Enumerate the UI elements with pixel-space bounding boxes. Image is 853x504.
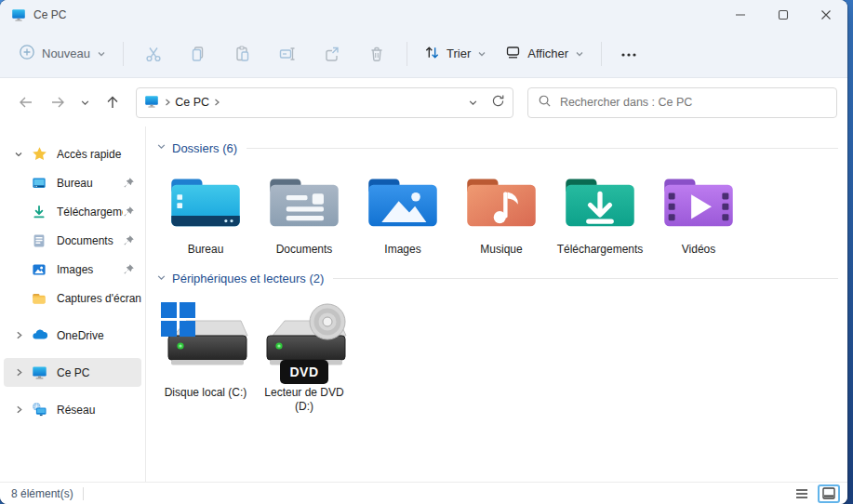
folder-tile-documents[interactable]: Documents xyxy=(255,163,353,258)
sidebar-item-captures-ecran[interactable]: Captures d'écran xyxy=(4,284,141,312)
folder-icon xyxy=(32,291,50,306)
sidebar-item-onedrive[interactable]: OneDrive xyxy=(4,321,141,350)
chevron-down-icon[interactable] xyxy=(156,141,167,154)
view-layout-icon xyxy=(505,45,521,63)
sort-arrows-icon xyxy=(424,45,440,63)
section-header-peripheriques[interactable]: Périphériques et lecteurs (2) xyxy=(156,269,842,289)
maximize-button[interactable] xyxy=(762,0,805,30)
picture-icon xyxy=(32,262,50,277)
computer-icon xyxy=(32,365,50,380)
chevron-right-icon[interactable] xyxy=(11,367,26,378)
item-label: Disque local (C:) xyxy=(165,386,247,401)
toolbar-separator xyxy=(123,42,124,66)
close-button[interactable] xyxy=(805,0,847,30)
new-button[interactable]: Nouveau xyxy=(9,37,115,70)
drive-tile-lecteur-dvd-d[interactable]: DVD Lecteur de DVD (D:) xyxy=(255,293,353,415)
navigation-bar: Ce PC xyxy=(0,78,847,126)
paste-button[interactable] xyxy=(223,36,262,72)
sidebar-item-reseau[interactable]: Réseau xyxy=(4,395,141,424)
section-header-dossiers[interactable]: Dossiers (6) xyxy=(156,138,842,158)
delete-button[interactable] xyxy=(357,36,396,72)
up-button[interactable] xyxy=(97,86,128,118)
item-label: Musique xyxy=(480,243,522,258)
item-label: Téléchargements xyxy=(557,243,644,258)
desktop-icon xyxy=(32,176,50,191)
toolbar-separator xyxy=(601,42,602,66)
cut-button[interactable] xyxy=(134,36,173,72)
star-icon xyxy=(32,146,50,162)
this-pc-icon xyxy=(144,94,159,112)
drive-tile-disque-local-c[interactable]: Disque local (C:) xyxy=(156,293,255,415)
recent-locations-chevron[interactable] xyxy=(73,86,98,118)
sidebar-item-label: Bureau xyxy=(57,177,123,190)
forward-button[interactable] xyxy=(42,86,73,118)
pin-icon xyxy=(123,206,138,218)
music-folder-icon xyxy=(462,172,540,234)
item-label: Vidéos xyxy=(682,243,715,258)
sort-button-label: Trier xyxy=(446,46,471,60)
items-view: Dossiers (6) Bureau Documents xyxy=(146,126,847,482)
search-input[interactable] xyxy=(560,96,827,109)
sidebar-item-telechargements[interactable]: Téléchargements xyxy=(4,197,141,226)
view-button-label: Afficher xyxy=(527,46,568,60)
search-icon xyxy=(538,94,552,111)
sidebar-item-ce-pc[interactable]: Ce PC xyxy=(4,358,141,387)
titlebar: Ce PC xyxy=(0,0,847,30)
large-thumbnails-view-button[interactable] xyxy=(818,484,840,503)
chevron-down-icon[interactable] xyxy=(156,272,167,285)
sidebar-item-label: Documents xyxy=(57,234,123,247)
breadcrumb-chevron-icon[interactable] xyxy=(213,98,220,107)
sort-button[interactable]: Trier xyxy=(415,38,496,70)
chevron-down-icon xyxy=(97,49,106,59)
plus-circle-icon xyxy=(19,44,35,63)
chevron-right-icon[interactable] xyxy=(11,405,26,415)
downloads-folder-icon xyxy=(561,172,639,234)
folder-tile-bureau[interactable]: Bureau xyxy=(156,163,255,258)
chevron-down-icon xyxy=(477,49,486,59)
folder-tile-images[interactable]: Images xyxy=(353,163,452,258)
item-label: Documents xyxy=(276,243,333,258)
sidebar-item-label: Captures d'écran xyxy=(57,292,141,305)
sidebar-item-bureau[interactable]: Bureau xyxy=(4,168,141,197)
folder-tile-musique[interactable]: Musique xyxy=(452,163,551,258)
more-options-button[interactable] xyxy=(612,36,646,72)
download-icon xyxy=(32,205,50,219)
view-button[interactable]: Afficher xyxy=(496,38,593,70)
refresh-icon[interactable] xyxy=(491,94,505,111)
videos-folder-icon xyxy=(660,172,738,234)
search-box[interactable] xyxy=(527,87,837,118)
sidebar-item-documents[interactable]: Documents xyxy=(4,226,141,255)
sidebar-item-label: Ce PC xyxy=(57,366,141,379)
share-button[interactable] xyxy=(313,36,352,72)
folder-tile-telechargements[interactable]: Téléchargements xyxy=(551,163,649,258)
breadcrumb-this-pc[interactable]: Ce PC xyxy=(175,96,209,109)
copy-button[interactable] xyxy=(179,36,218,72)
desktop-folder-icon xyxy=(167,172,245,234)
window-title: Ce PC xyxy=(33,8,66,21)
navigation-pane: Accès rapide Bureau Téléchargements Docu… xyxy=(0,126,146,482)
documents-folder-icon xyxy=(265,172,343,234)
ellipsis-icon xyxy=(620,47,637,60)
sidebar-item-images[interactable]: Images xyxy=(4,255,141,284)
chevron-right-icon[interactable] xyxy=(11,330,26,340)
sidebar-item-label: Accès rapide xyxy=(57,148,141,161)
folder-tile-videos[interactable]: Vidéos xyxy=(649,163,748,258)
toolbar-separator xyxy=(407,42,407,66)
address-dropdown-chevron-icon[interactable] xyxy=(468,98,478,108)
chevron-down-icon[interactable] xyxy=(11,150,26,159)
item-count: 8 élément(s) xyxy=(11,487,73,500)
command-toolbar: Nouveau Trier xyxy=(0,30,847,78)
document-icon xyxy=(32,233,50,248)
item-label: Images xyxy=(384,243,420,258)
item-label: Lecteur de DVD (D:) xyxy=(258,386,351,415)
rename-button[interactable] xyxy=(268,36,307,72)
sidebar-item-quick-access[interactable]: Accès rapide xyxy=(4,139,141,168)
section-title: Dossiers (6) xyxy=(172,141,237,155)
back-button[interactable] xyxy=(10,86,42,118)
details-view-button[interactable] xyxy=(791,484,813,503)
breadcrumb-chevron-icon xyxy=(164,98,171,107)
status-bar: 8 élément(s) xyxy=(0,482,847,504)
minimize-button[interactable] xyxy=(719,0,762,30)
address-bar[interactable]: Ce PC xyxy=(136,87,513,118)
this-pc-icon xyxy=(11,7,26,22)
